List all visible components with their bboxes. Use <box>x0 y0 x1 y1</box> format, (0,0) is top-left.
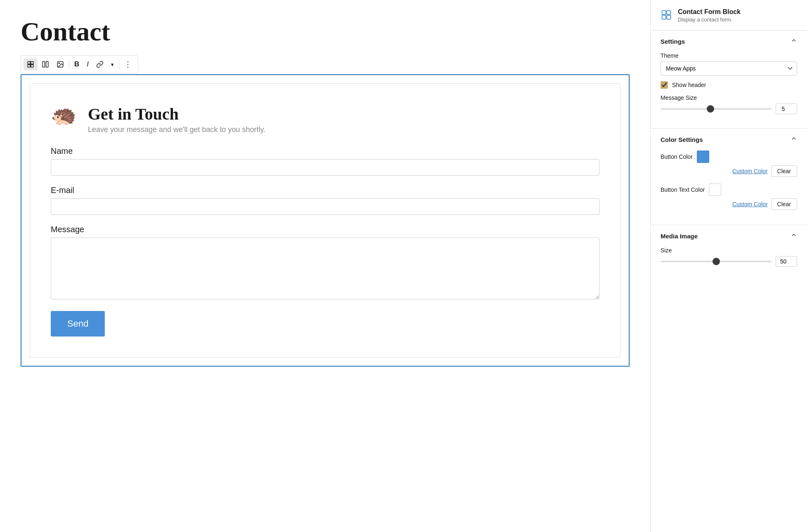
plugin-info: Contact Form Block Display a contact for… <box>678 8 741 23</box>
image-button[interactable] <box>53 58 67 71</box>
svg-rect-2 <box>28 65 30 67</box>
button-text-color-row: Button Text Color Custom Color Clear <box>661 184 797 210</box>
media-size-slider[interactable] <box>661 261 772 262</box>
button-text-color-actions: Custom Color Clear <box>661 198 797 210</box>
svg-rect-5 <box>46 61 48 67</box>
media-size-value[interactable] <box>776 256 797 267</box>
message-size-value[interactable] <box>776 104 797 114</box>
sidebar-plugin-header: Contact Form Block Display a contact for… <box>651 0 807 31</box>
block-toolbar: B I ▾ ⋮ <box>21 55 138 73</box>
sidebar: Contact Form Block Display a contact for… <box>650 0 807 532</box>
block-type-button[interactable] <box>24 58 38 71</box>
svg-rect-1 <box>31 61 33 64</box>
color-settings-toggle-button[interactable] <box>790 135 797 144</box>
show-header-checkbox[interactable] <box>661 81 668 89</box>
message-size-slider[interactable] <box>661 108 772 110</box>
form-header-text: Get in Touch Leave your message and we'l… <box>88 104 265 134</box>
settings-toggle-button[interactable] <box>790 37 797 46</box>
settings-section-header: Settings <box>661 37 797 46</box>
theme-select[interactable]: Meow Apps Default Minimal <box>661 61 797 75</box>
name-input[interactable] <box>51 159 599 176</box>
theme-select-wrapper: Meow Apps Default Minimal <box>661 61 797 75</box>
email-input[interactable] <box>51 198 599 215</box>
settings-title: Settings <box>661 38 685 45</box>
svg-rect-4 <box>42 61 45 67</box>
form-header: 🦔 Get in Touch Leave your message and we… <box>51 104 599 134</box>
button-text-clear-button[interactable]: Clear <box>771 198 797 210</box>
svg-rect-3 <box>31 65 33 67</box>
email-field-group: E-mail <box>51 186 599 215</box>
message-size-slider-row <box>661 104 797 114</box>
svg-rect-9 <box>667 11 670 14</box>
form-header-icon: 🦔 <box>51 105 80 134</box>
svg-rect-0 <box>28 61 30 64</box>
toolbar-separator-2 <box>119 59 119 69</box>
italic-button[interactable]: I <box>83 58 92 71</box>
media-image-title: Media Image <box>661 233 698 240</box>
media-size-slider-row <box>661 256 797 267</box>
page-title: Contact <box>21 16 630 47</box>
message-field-group: Message <box>51 225 599 301</box>
button-text-custom-color-link[interactable]: Custom Color <box>732 201 768 207</box>
more-options-button[interactable]: ⋮ <box>121 57 135 71</box>
svg-rect-11 <box>667 15 670 19</box>
name-field-group: Name <box>51 146 599 176</box>
plugin-desc: Display a contact form. <box>678 16 741 23</box>
columns-button[interactable] <box>38 58 52 71</box>
theme-label: Theme <box>661 52 797 59</box>
button-color-row: Button Color Custom Color Clear <box>661 151 797 177</box>
button-color-actions: Custom Color Clear <box>661 165 797 177</box>
media-size-setting: Size <box>661 247 797 267</box>
bold-button[interactable]: B <box>71 58 83 71</box>
email-label: E-mail <box>51 186 599 195</box>
contact-form-preview: 🦔 Get in Touch Leave your message and we… <box>30 83 621 358</box>
settings-section: Settings Theme Meow Apps Default Minimal… <box>651 31 807 129</box>
color-settings-section: Color Settings Button Color Custom Color… <box>651 129 807 225</box>
svg-point-7 <box>59 63 59 64</box>
form-title: Get in Touch <box>88 104 265 124</box>
theme-setting: Theme Meow Apps Default Minimal <box>661 52 797 75</box>
link-button[interactable] <box>93 58 107 71</box>
message-textarea[interactable] <box>51 238 599 299</box>
block-wrapper: 🦔 Get in Touch Leave your message and we… <box>21 74 630 367</box>
button-color-swatch[interactable] <box>697 151 709 163</box>
toolbar-separator-1 <box>69 59 69 69</box>
dropdown-button[interactable]: ▾ <box>108 59 117 70</box>
media-image-section-header: Media Image <box>661 232 797 240</box>
button-text-color-label: Button Text Color <box>661 186 705 193</box>
media-image-section: Media Image Size <box>651 225 807 281</box>
message-label: Message <box>51 225 599 234</box>
message-size-setting: Message Size <box>661 94 797 114</box>
show-header-row: Show header <box>661 81 797 89</box>
button-color-label: Button Color <box>661 153 693 160</box>
plugin-icon <box>661 9 672 24</box>
show-header-label: Show header <box>672 82 706 88</box>
media-size-label: Size <box>661 247 797 254</box>
name-label: Name <box>51 146 599 156</box>
block-toolbar-area: B I ▾ ⋮ <box>21 55 630 73</box>
button-text-color-swatch[interactable] <box>709 184 721 196</box>
svg-rect-8 <box>662 11 666 14</box>
button-text-color-label-row: Button Text Color <box>661 184 797 196</box>
button-clear-button[interactable]: Clear <box>771 165 797 177</box>
color-settings-title: Color Settings <box>661 136 703 143</box>
button-color-label-row: Button Color <box>661 151 797 163</box>
plugin-name: Contact Form Block <box>678 8 741 16</box>
form-subtitle: Leave your message and we'll get back to… <box>88 125 265 134</box>
message-size-label: Message Size <box>661 94 797 101</box>
svg-rect-10 <box>662 15 666 19</box>
send-button[interactable]: Send <box>51 311 105 337</box>
main-area: Contact B I <box>0 0 650 532</box>
button-custom-color-link[interactable]: Custom Color <box>732 168 768 174</box>
color-settings-section-header: Color Settings <box>661 135 797 144</box>
media-image-toggle-button[interactable] <box>790 232 797 240</box>
